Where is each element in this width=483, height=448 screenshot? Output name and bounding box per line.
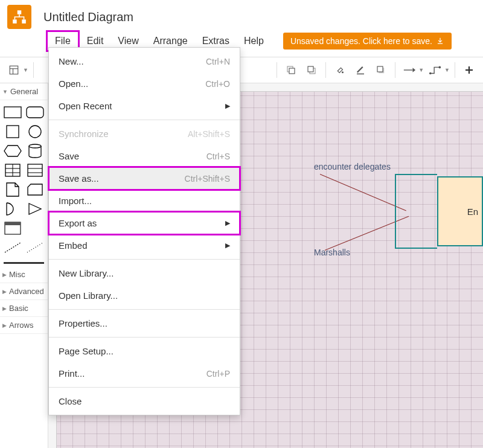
svg-rect-19	[4, 107, 21, 118]
chevron-right-icon: ▶	[225, 219, 230, 227]
shape-dashed-line[interactable]	[2, 239, 23, 256]
panel-advanced[interactable]: ▶Advanced	[0, 283, 48, 300]
menu-item-open[interactable]: Open... Ctrl+O	[49, 72, 240, 95]
separator	[4, 262, 44, 264]
shape-rectangle[interactable]	[2, 104, 23, 121]
shape-note[interactable]	[2, 181, 23, 198]
panel-misc[interactable]: ▶Misc	[0, 266, 48, 283]
to-back-button[interactable]	[302, 61, 321, 79]
separator	[33, 62, 34, 78]
diagram-label-2[interactable]: Marshalls	[314, 248, 350, 257]
chevron-down-icon: ▼	[23, 67, 28, 73]
connection-style-button[interactable]	[400, 61, 418, 79]
separator	[277, 62, 277, 78]
titlebar: Untitled Diagram	[0, 0, 483, 30]
menu-item-save-as[interactable]: Save as... Ctrl+Shift+S	[49, 167, 240, 190]
shape-hexagon[interactable]	[2, 142, 23, 159]
diagram-connector-1[interactable]	[320, 174, 406, 211]
menu-help[interactable]: Help	[237, 32, 271, 50]
panel-arrows-label: Arrows	[9, 321, 33, 330]
menu-item-synchronize: Synchronize Alt+Shift+S	[49, 123, 240, 145]
unsaved-changes-banner[interactable]: Unsaved changes. Click here to save.	[283, 33, 452, 50]
diagram-label-1[interactable]: encounter delegates	[314, 162, 391, 171]
svg-point-23	[29, 144, 41, 148]
shape-window[interactable]	[2, 220, 23, 237]
panel-basic-label: Basic	[9, 304, 28, 313]
shape-square[interactable]	[2, 123, 23, 140]
panel-arrows[interactable]: ▶Arrows	[0, 317, 48, 334]
shape-circle[interactable]	[25, 123, 45, 140]
shape-half-circle[interactable]	[2, 200, 23, 217]
chevron-right-icon: ▶	[2, 272, 7, 278]
svg-rect-28	[28, 164, 42, 176]
fill-color-button[interactable]	[331, 61, 349, 79]
shadow-button[interactable]	[372, 61, 390, 79]
line-color-button[interactable]	[351, 61, 369, 79]
shape-list[interactable]	[25, 162, 45, 179]
menu-item-new-library[interactable]: New Library...	[49, 262, 240, 284]
document-title[interactable]: Untitled Diagram	[43, 10, 133, 24]
waypoint-style-button[interactable]	[426, 61, 444, 79]
separator	[49, 120, 240, 120]
unsaved-changes-text: Unsaved changes. Click here to save.	[290, 36, 432, 46]
menu-item-properties[interactable]: Properties...	[49, 312, 240, 334]
menu-item-save[interactable]: Save Ctrl+S	[49, 145, 240, 167]
chevron-down-icon: ▼	[444, 67, 450, 73]
diagram-entity-text: En	[467, 206, 478, 217]
view-layout-button[interactable]	[5, 61, 23, 79]
panel-basic[interactable]: ▶Basic	[0, 300, 48, 317]
shape-empty[interactable]	[25, 220, 45, 237]
separator	[325, 62, 326, 78]
shape-dotted-line[interactable]	[25, 239, 45, 256]
svg-rect-21	[7, 126, 19, 138]
shape-triangle[interactable]	[25, 200, 45, 217]
file-dropdown-menu: New... Ctrl+N Open... Ctrl+O Open Recent…	[48, 47, 240, 415]
svg-rect-32	[5, 222, 21, 225]
menu-item-export-as[interactable]: Export as ▶	[49, 212, 240, 234]
menu-item-print[interactable]: Print... Ctrl+P	[49, 362, 240, 385]
chevron-right-icon: ▶	[2, 289, 7, 295]
separator	[49, 337, 240, 338]
svg-rect-3	[10, 66, 18, 74]
svg-rect-2	[22, 19, 26, 24]
menu-item-open-library[interactable]: Open Library...	[49, 284, 240, 307]
general-shapes	[0, 100, 48, 260]
chevron-right-icon: ▶	[2, 306, 7, 312]
shape-table[interactable]	[2, 162, 23, 179]
menu-item-embed[interactable]: Embed ▶	[49, 234, 240, 257]
menu-item-open-recent[interactable]: Open Recent ▶	[49, 95, 240, 117]
insert-button[interactable]	[460, 61, 478, 79]
svg-rect-13	[377, 66, 383, 72]
chevron-down-icon: ▼	[2, 89, 8, 95]
svg-rect-1	[13, 19, 17, 24]
menu-item-page-setup[interactable]: Page Setup...	[49, 340, 240, 362]
chevron-right-icon: ▶	[225, 102, 230, 110]
shape-cylinder[interactable]	[25, 142, 45, 159]
separator	[49, 387, 240, 388]
logo-hierarchy-icon	[11, 9, 27, 25]
svg-rect-0	[18, 10, 22, 14]
panel-general-label: General	[10, 87, 38, 96]
menu-item-import[interactable]: Import...	[49, 190, 240, 212]
svg-rect-11	[357, 73, 364, 74]
menu-item-new[interactable]: New... Ctrl+N	[49, 50, 240, 72]
svg-point-15	[429, 72, 432, 75]
panel-general[interactable]: ▼ General	[0, 83, 48, 100]
shapes-sidebar: ▼ General ▶Misc ▶Advanced ▶Basic ▶Arrows	[0, 83, 48, 448]
menu-item-close[interactable]: Close	[49, 390, 240, 412]
shape-card[interactable]	[25, 181, 45, 198]
panel-misc-label: Misc	[9, 270, 25, 279]
diagram-entity-box[interactable]: En	[437, 176, 483, 246]
chevron-right-icon: ▶	[225, 242, 230, 249]
diagram-bracket[interactable]	[395, 174, 437, 249]
chevron-right-icon: ▶	[2, 322, 7, 328]
svg-line-33	[5, 243, 21, 252]
panel-advanced-label: Advanced	[9, 287, 44, 296]
to-front-button[interactable]	[282, 61, 300, 79]
chevron-down-icon: ▼	[418, 67, 424, 73]
svg-line-34	[27, 243, 43, 252]
separator	[49, 259, 240, 260]
separator	[455, 62, 455, 78]
shape-rounded-rect[interactable]	[25, 104, 45, 121]
app-logo[interactable]	[7, 5, 31, 29]
